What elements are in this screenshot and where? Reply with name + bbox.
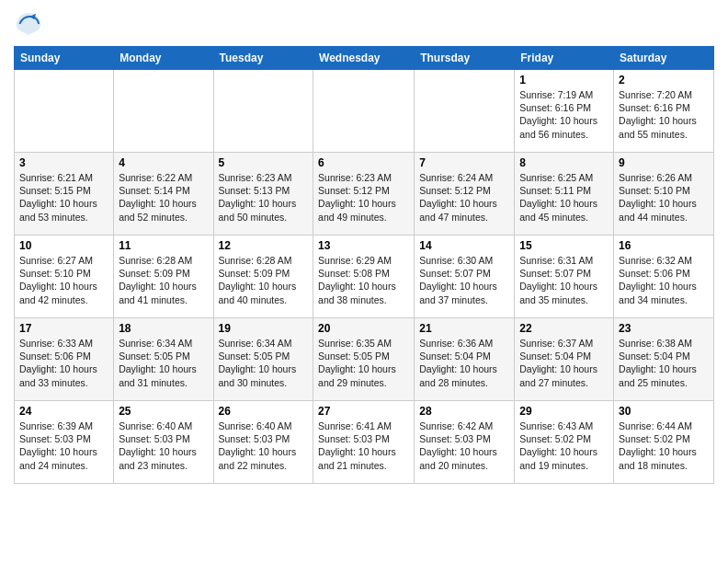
day-info: Sunrise: 6:29 AM Sunset: 5:08 PM Dayligh… bbox=[318, 254, 409, 306]
day-info: Sunrise: 6:21 AM Sunset: 5:15 PM Dayligh… bbox=[19, 171, 108, 224]
calendar-cell: 29Sunrise: 6:43 AM Sunset: 5:02 PM Dayli… bbox=[515, 401, 614, 484]
day-number: 9 bbox=[619, 156, 709, 169]
day-info: Sunrise: 6:40 AM Sunset: 5:03 PM Dayligh… bbox=[119, 419, 208, 472]
day-number: 13 bbox=[318, 239, 409, 252]
calendar-header-wednesday: Wednesday bbox=[313, 47, 415, 70]
day-info: Sunrise: 6:39 AM Sunset: 5:03 PM Dayligh… bbox=[19, 419, 108, 472]
day-info: Sunrise: 6:24 AM Sunset: 5:12 PM Dayligh… bbox=[419, 171, 509, 224]
day-info: Sunrise: 6:25 AM Sunset: 5:11 PM Dayligh… bbox=[519, 171, 609, 224]
calendar-cell: 15Sunrise: 6:31 AM Sunset: 5:07 PM Dayli… bbox=[515, 236, 614, 318]
day-number: 21 bbox=[419, 322, 509, 335]
calendar-header-tuesday: Tuesday bbox=[213, 47, 313, 70]
calendar-cell: 11Sunrise: 6:28 AM Sunset: 5:09 PM Dayli… bbox=[114, 236, 213, 318]
day-info: Sunrise: 6:23 AM Sunset: 5:12 PM Dayligh… bbox=[318, 171, 409, 224]
calendar-week-2: 3Sunrise: 6:21 AM Sunset: 5:15 PM Daylig… bbox=[15, 153, 714, 236]
day-info: Sunrise: 7:19 AM Sunset: 6:16 PM Dayligh… bbox=[519, 88, 609, 141]
day-number: 4 bbox=[119, 156, 208, 169]
day-info: Sunrise: 6:41 AM Sunset: 5:03 PM Dayligh… bbox=[318, 419, 409, 472]
calendar-header-row: SundayMondayTuesdayWednesdayThursdayFrid… bbox=[15, 47, 714, 70]
calendar-cell: 28Sunrise: 6:42 AM Sunset: 5:03 PM Dayli… bbox=[415, 401, 515, 484]
calendar-cell: 25Sunrise: 6:40 AM Sunset: 5:03 PM Dayli… bbox=[114, 401, 213, 484]
day-info: Sunrise: 6:43 AM Sunset: 5:02 PM Dayligh… bbox=[519, 419, 609, 472]
day-info: Sunrise: 6:30 AM Sunset: 5:07 PM Dayligh… bbox=[419, 254, 509, 306]
day-info: Sunrise: 6:22 AM Sunset: 5:14 PM Dayligh… bbox=[119, 171, 208, 224]
day-info: Sunrise: 6:28 AM Sunset: 5:09 PM Dayligh… bbox=[219, 254, 309, 306]
calendar-cell: 8Sunrise: 6:25 AM Sunset: 5:11 PM Daylig… bbox=[515, 153, 614, 236]
day-number: 14 bbox=[419, 239, 509, 252]
calendar-cell: 22Sunrise: 6:37 AM Sunset: 5:04 PM Dayli… bbox=[515, 318, 614, 401]
day-number: 24 bbox=[19, 405, 108, 418]
calendar-cell: 27Sunrise: 6:41 AM Sunset: 5:03 PM Dayli… bbox=[313, 401, 415, 484]
day-number: 17 bbox=[19, 322, 108, 335]
calendar-cell bbox=[415, 70, 515, 153]
day-info: Sunrise: 6:40 AM Sunset: 5:03 PM Dayligh… bbox=[219, 419, 309, 472]
day-number: 2 bbox=[619, 74, 709, 86]
day-info: Sunrise: 6:36 AM Sunset: 5:04 PM Dayligh… bbox=[419, 337, 509, 389]
day-info: Sunrise: 6:26 AM Sunset: 5:10 PM Dayligh… bbox=[619, 171, 709, 224]
calendar-cell bbox=[213, 70, 313, 153]
calendar-cell: 2Sunrise: 7:20 AM Sunset: 6:16 PM Daylig… bbox=[614, 70, 714, 153]
calendar-week-4: 17Sunrise: 6:33 AM Sunset: 5:06 PM Dayli… bbox=[15, 318, 714, 401]
calendar-cell: 19Sunrise: 6:34 AM Sunset: 5:05 PM Dayli… bbox=[213, 318, 313, 401]
day-number: 15 bbox=[519, 239, 609, 252]
calendar-cell: 30Sunrise: 6:44 AM Sunset: 5:02 PM Dayli… bbox=[614, 401, 714, 484]
calendar-cell: 24Sunrise: 6:39 AM Sunset: 5:03 PM Dayli… bbox=[15, 401, 114, 484]
logo bbox=[14, 9, 47, 39]
day-number: 3 bbox=[19, 156, 108, 169]
day-info: Sunrise: 6:37 AM Sunset: 5:04 PM Dayligh… bbox=[519, 337, 609, 389]
calendar-cell bbox=[15, 70, 114, 153]
calendar-cell: 6Sunrise: 6:23 AM Sunset: 5:12 PM Daylig… bbox=[313, 153, 415, 236]
calendar-header-friday: Friday bbox=[515, 47, 614, 70]
day-info: Sunrise: 6:44 AM Sunset: 5:02 PM Dayligh… bbox=[619, 419, 709, 472]
calendar-cell: 23Sunrise: 6:38 AM Sunset: 5:04 PM Dayli… bbox=[614, 318, 714, 401]
day-number: 22 bbox=[519, 322, 609, 335]
calendar-cell: 4Sunrise: 6:22 AM Sunset: 5:14 PM Daylig… bbox=[114, 153, 213, 236]
day-number: 25 bbox=[119, 405, 208, 418]
day-number: 10 bbox=[19, 239, 108, 252]
day-number: 19 bbox=[219, 322, 309, 335]
calendar-header-monday: Monday bbox=[114, 47, 213, 70]
calendar-week-3: 10Sunrise: 6:27 AM Sunset: 5:10 PM Dayli… bbox=[15, 236, 714, 318]
day-number: 1 bbox=[519, 74, 609, 86]
calendar-cell bbox=[114, 70, 213, 153]
day-info: Sunrise: 6:23 AM Sunset: 5:13 PM Dayligh… bbox=[219, 171, 309, 224]
calendar-cell: 3Sunrise: 6:21 AM Sunset: 5:15 PM Daylig… bbox=[15, 153, 114, 236]
day-number: 18 bbox=[119, 322, 208, 335]
day-info: Sunrise: 6:38 AM Sunset: 5:04 PM Dayligh… bbox=[619, 337, 709, 389]
day-number: 16 bbox=[619, 239, 709, 252]
day-number: 26 bbox=[219, 405, 309, 418]
day-info: Sunrise: 6:32 AM Sunset: 5:06 PM Dayligh… bbox=[619, 254, 709, 306]
calendar-cell: 21Sunrise: 6:36 AM Sunset: 5:04 PM Dayli… bbox=[415, 318, 515, 401]
day-number: 8 bbox=[519, 156, 609, 169]
day-number: 7 bbox=[419, 156, 509, 169]
day-info: Sunrise: 7:20 AM Sunset: 6:16 PM Dayligh… bbox=[619, 88, 709, 141]
calendar-cell: 20Sunrise: 6:35 AM Sunset: 5:05 PM Dayli… bbox=[313, 318, 415, 401]
logo-icon bbox=[14, 9, 43, 39]
calendar-cell: 26Sunrise: 6:40 AM Sunset: 5:03 PM Dayli… bbox=[213, 401, 313, 484]
day-number: 12 bbox=[219, 239, 309, 252]
day-info: Sunrise: 6:35 AM Sunset: 5:05 PM Dayligh… bbox=[318, 337, 409, 389]
calendar-cell: 9Sunrise: 6:26 AM Sunset: 5:10 PM Daylig… bbox=[614, 153, 714, 236]
calendar-table: SundayMondayTuesdayWednesdayThursdayFrid… bbox=[14, 46, 714, 484]
calendar-cell: 10Sunrise: 6:27 AM Sunset: 5:10 PM Dayli… bbox=[15, 236, 114, 318]
calendar-cell: 18Sunrise: 6:34 AM Sunset: 5:05 PM Dayli… bbox=[114, 318, 213, 401]
day-info: Sunrise: 6:31 AM Sunset: 5:07 PM Dayligh… bbox=[519, 254, 609, 306]
day-number: 29 bbox=[519, 405, 609, 418]
calendar-cell: 14Sunrise: 6:30 AM Sunset: 5:07 PM Dayli… bbox=[415, 236, 515, 318]
day-number: 5 bbox=[219, 156, 309, 169]
day-info: Sunrise: 6:34 AM Sunset: 5:05 PM Dayligh… bbox=[119, 337, 208, 389]
calendar-header-saturday: Saturday bbox=[614, 47, 714, 70]
header bbox=[14, 9, 714, 39]
day-info: Sunrise: 6:33 AM Sunset: 5:06 PM Dayligh… bbox=[19, 337, 108, 389]
day-number: 23 bbox=[619, 322, 709, 335]
calendar-cell bbox=[313, 70, 415, 153]
page-container: SundayMondayTuesdayWednesdayThursdayFrid… bbox=[0, 0, 728, 493]
calendar-cell: 16Sunrise: 6:32 AM Sunset: 5:06 PM Dayli… bbox=[614, 236, 714, 318]
day-number: 27 bbox=[318, 405, 409, 418]
day-info: Sunrise: 6:27 AM Sunset: 5:10 PM Dayligh… bbox=[19, 254, 108, 306]
calendar-week-5: 24Sunrise: 6:39 AM Sunset: 5:03 PM Dayli… bbox=[15, 401, 714, 484]
calendar-cell: 17Sunrise: 6:33 AM Sunset: 5:06 PM Dayli… bbox=[15, 318, 114, 401]
day-info: Sunrise: 6:28 AM Sunset: 5:09 PM Dayligh… bbox=[119, 254, 208, 306]
day-number: 28 bbox=[419, 405, 509, 418]
day-number: 6 bbox=[318, 156, 409, 169]
